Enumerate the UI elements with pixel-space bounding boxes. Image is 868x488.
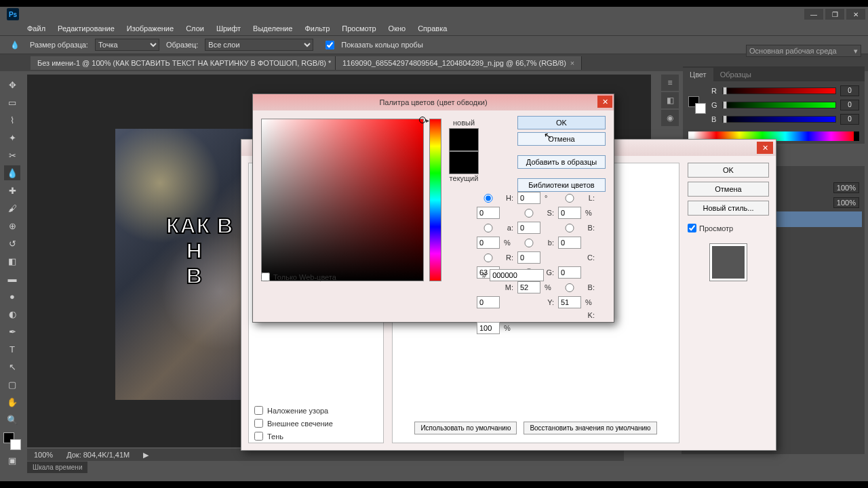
heal-tool[interactable]: ✚ — [4, 183, 20, 198]
cp-close-button[interactable]: ✕ — [597, 96, 612, 108]
close-icon[interactable]: × — [570, 59, 574, 67]
opacity-value[interactable]: 100% — [833, 182, 859, 193]
cp-hex-input[interactable] — [490, 269, 544, 281]
doc-info: Док: 804,4K/1,41M — [66, 451, 130, 459]
panel-icon-brush[interactable]: ◉ — [661, 110, 679, 126]
cp-color-field[interactable] — [261, 119, 424, 281]
stamp-tool[interactable]: ⊕ — [4, 218, 20, 233]
ls-use-default-button[interactable]: Использовать по умолчанию — [414, 422, 517, 434]
ls-opt-outer[interactable] — [254, 419, 263, 428]
tab-color[interactable]: Цвет — [683, 68, 713, 81]
cp-b-input[interactable] — [558, 237, 581, 249]
menu-image[interactable]: Изображение — [127, 24, 174, 33]
cp-libraries-button[interactable]: Библиотеки цветов — [517, 178, 606, 192]
ls-close-button[interactable]: ✕ — [757, 142, 773, 154]
zoom-value[interactable]: 100% — [34, 451, 53, 459]
b-value[interactable]: 0 — [840, 114, 859, 125]
r-value[interactable]: 0 — [840, 85, 859, 96]
cp-bv-input[interactable] — [477, 237, 500, 249]
cp-r-input[interactable] — [517, 251, 540, 264]
cp-ok-button[interactable]: OK — [517, 116, 606, 129]
history-brush-tool[interactable]: ↺ — [4, 236, 20, 251]
maximize-button[interactable]: ❐ — [825, 9, 844, 20]
brush-tool[interactable]: 🖌 — [4, 201, 20, 216]
play-icon[interactable]: ▶ — [143, 451, 149, 460]
cp-bb-input[interactable] — [477, 296, 500, 308]
color-swatches[interactable] — [3, 432, 21, 450]
cp-g-input[interactable] — [558, 266, 581, 279]
menu-filter[interactable]: Фильтр — [304, 24, 330, 33]
cp-a-input[interactable] — [517, 222, 540, 234]
minimize-button[interactable]: — — [804, 9, 823, 20]
panel-icon-properties[interactable]: ◧ — [661, 92, 679, 108]
b-slider[interactable] — [722, 116, 836, 123]
ls-reset-default-button[interactable]: Восстановить значения по умолчанию — [524, 422, 656, 434]
quickmask-tool[interactable]: ▣ — [4, 453, 20, 468]
menu-window[interactable]: Окно — [389, 24, 406, 33]
cp-hue-slider[interactable]: ▸ — [429, 119, 441, 281]
cp-current-color[interactable] — [449, 151, 479, 174]
eyedropper-tool[interactable]: 💧 — [4, 165, 20, 180]
marquee-tool[interactable]: ▭ — [4, 95, 20, 110]
g-value[interactable]: 0 — [840, 100, 859, 110]
shape-tool[interactable]: ▢ — [4, 377, 20, 392]
show-ring-checkbox[interactable] — [326, 41, 334, 49]
blur-tool[interactable]: ● — [4, 289, 20, 304]
cp-h-radio[interactable] — [477, 194, 500, 203]
crop-tool[interactable]: ✂ — [4, 148, 20, 163]
ls-new-style-button[interactable]: Новый стиль... — [688, 201, 769, 216]
cp-bv-radio[interactable] — [558, 224, 581, 232]
sample-size-select[interactable]: Точка — [95, 39, 159, 51]
hand-tool[interactable]: ✋ — [4, 394, 20, 409]
cp-cancel-button[interactable]: Отмена — [517, 132, 606, 146]
menu-file[interactable]: Файл — [27, 24, 45, 33]
path-tool[interactable]: ↖ — [4, 359, 20, 374]
close-button[interactable]: ✕ — [846, 9, 865, 20]
cp-webonly-checkbox[interactable] — [261, 272, 270, 281]
type-tool[interactable]: T — [4, 342, 20, 357]
document-tab-2[interactable]: 1169090_685542974809564_1204804289_n.jpg… — [336, 56, 582, 70]
menu-view[interactable]: Просмотр — [342, 24, 376, 33]
wand-tool[interactable]: ✦ — [4, 130, 20, 145]
menu-edit[interactable]: Редактирование — [58, 24, 115, 33]
g-slider[interactable] — [722, 102, 836, 108]
r-slider[interactable] — [722, 87, 836, 94]
timeline-panel-tab[interactable]: Шкала времени — [27, 462, 87, 473]
cp-s-input[interactable] — [558, 207, 581, 219]
cp-l-input[interactable] — [477, 207, 500, 219]
cp-b-radio[interactable] — [517, 239, 540, 247]
sample-source-select[interactable]: Все слои — [205, 39, 313, 51]
menu-type[interactable]: Шрифт — [216, 24, 241, 33]
move-tool[interactable]: ✥ — [4, 77, 20, 92]
ls-opt-pattern[interactable] — [254, 406, 263, 415]
zoom-tool[interactable]: 🔍 — [4, 412, 20, 427]
menu-select[interactable]: Выделение — [253, 24, 292, 33]
eraser-tool[interactable]: ◧ — [4, 253, 20, 268]
cp-r-radio[interactable] — [477, 253, 500, 262]
ls-cancel-button[interactable]: Отмена — [688, 182, 769, 197]
panel-icon-history[interactable]: ≡ — [661, 75, 679, 91]
cp-y-input[interactable] — [558, 296, 581, 308]
dodge-tool[interactable]: ◐ — [4, 306, 20, 321]
cp-k-input[interactable] — [477, 322, 500, 334]
menu-help[interactable]: Справка — [418, 24, 447, 33]
cp-add-swatch-button[interactable]: Добавить в образцы — [517, 155, 606, 169]
tab-swatches[interactable]: Образцы — [713, 68, 758, 81]
ls-preview-checkbox[interactable] — [688, 224, 696, 232]
ls-ok-button[interactable]: OK — [688, 163, 769, 178]
lasso-tool[interactable]: ⌇ — [4, 113, 20, 127]
cp-m-input[interactable] — [517, 281, 540, 293]
workspace-select[interactable]: Основная рабочая среда▾ — [746, 45, 861, 57]
document-tab-1[interactable]: Без имени-1 @ 100% (КАК ВСТАВИТЬ ТЕКСТ Н… — [31, 56, 336, 70]
fill-value[interactable]: 100% — [833, 197, 859, 208]
fg-bg-swatch[interactable] — [688, 96, 706, 114]
menu-layer[interactable]: Слои — [186, 24, 204, 33]
cp-l-radio[interactable] — [558, 194, 581, 203]
cp-bb-radio[interactable] — [558, 283, 581, 292]
pen-tool[interactable]: ✒ — [4, 324, 20, 339]
gradient-tool[interactable]: ▬ — [4, 271, 20, 286]
cp-h-input[interactable] — [517, 192, 540, 204]
cp-a-radio[interactable] — [477, 224, 500, 232]
ls-opt-shadow[interactable] — [254, 432, 263, 441]
cp-s-radio[interactable] — [517, 209, 540, 218]
